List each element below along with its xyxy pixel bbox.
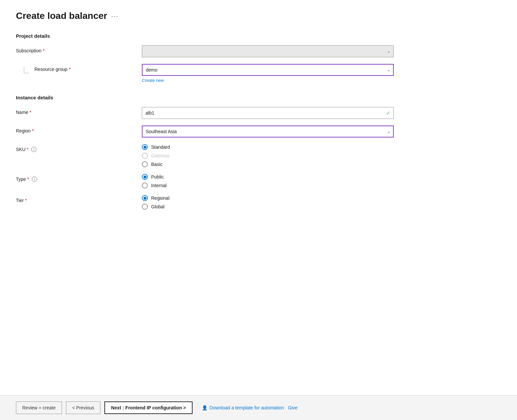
more-options-icon[interactable]: ···: [111, 12, 119, 20]
type-row: Type * i Public Internal: [16, 174, 501, 188]
type-internal-label: Internal: [151, 183, 167, 188]
resource-group-required: *: [69, 67, 71, 72]
name-control: ✓: [142, 107, 394, 119]
sku-radio-group: Standard Gateway Basic: [142, 144, 394, 167]
resource-group-label-col: Resource group *: [16, 64, 142, 73]
region-required: *: [32, 128, 33, 133]
subscription-row: Subscription * ⌄: [16, 45, 501, 57]
give-feedback-text: Give: [288, 405, 298, 410]
subscription-select[interactable]: [142, 45, 394, 57]
region-row: Region * Southeast Asia ⌄: [16, 126, 501, 137]
region-label: Region *: [16, 128, 142, 133]
tier-global-label: Global: [151, 204, 164, 209]
name-input[interactable]: [142, 107, 394, 119]
next-button[interactable]: Next : Frontend IP configuration >: [104, 401, 193, 414]
type-info-icon[interactable]: i: [32, 177, 37, 182]
resource-group-select-wrapper: demo ⌄: [142, 64, 394, 76]
sku-basic-label: Basic: [151, 162, 162, 167]
region-select-wrapper: Southeast Asia ⌄: [142, 126, 394, 137]
sku-gateway-label: Gateway: [151, 153, 169, 158]
sku-basic-option[interactable]: Basic: [142, 161, 394, 167]
type-public-label: Public: [151, 174, 164, 180]
create-new-link[interactable]: Create new: [142, 78, 164, 83]
tier-global-option[interactable]: Global: [142, 204, 394, 210]
sku-control: Standard Gateway Basic: [142, 144, 394, 167]
resource-group-row: Resource group * demo ⌄ Create new: [16, 64, 501, 83]
sku-standard-option[interactable]: Standard: [142, 144, 394, 150]
subscription-control: ⌄: [142, 45, 394, 57]
person-icon: 👤: [202, 405, 207, 410]
page-title: Create load balancer: [16, 11, 107, 21]
footer: Review + create < Previous Next : Fronte…: [0, 395, 517, 420]
review-create-button[interactable]: Review + create: [16, 401, 62, 414]
sku-label: SKU * i: [16, 147, 142, 152]
type-public-radio[interactable]: [142, 174, 148, 180]
type-public-option[interactable]: Public: [142, 174, 394, 180]
tier-regional-label: Regional: [151, 195, 169, 201]
sku-standard-radio[interactable]: [142, 144, 148, 150]
subscription-label: Subscription *: [16, 48, 142, 53]
resource-group-select[interactable]: demo: [142, 64, 394, 76]
tier-radio-group: Regional Global: [142, 195, 394, 210]
project-details-section: Project details Subscription * ⌄: [16, 33, 501, 83]
sku-gateway-radio: [142, 153, 148, 159]
tier-control: Regional Global: [142, 195, 394, 210]
type-control: Public Internal: [142, 174, 394, 188]
tier-regional-option[interactable]: Regional: [142, 195, 394, 201]
name-valid-icon: ✓: [386, 110, 390, 116]
type-label: Type * i: [16, 177, 142, 182]
name-required: *: [29, 110, 31, 115]
sku-info-icon[interactable]: i: [31, 147, 36, 152]
project-details-title: Project details: [16, 33, 501, 39]
type-required: *: [27, 177, 29, 182]
type-internal-radio[interactable]: [142, 183, 148, 188]
previous-button[interactable]: < Previous: [66, 401, 101, 414]
sku-standard-label: Standard: [151, 144, 170, 150]
tier-global-radio[interactable]: [142, 204, 148, 210]
instance-details-title: Instance details: [16, 95, 501, 100]
region-select[interactable]: Southeast Asia: [142, 126, 394, 137]
download-template-link[interactable]: 👤 Download a template for automation: [202, 405, 284, 410]
tier-label: Tier *: [16, 198, 142, 203]
sku-row: SKU * i Standard Gateway: [16, 144, 501, 167]
type-radio-group: Public Internal: [142, 174, 394, 188]
resource-group-control: demo ⌄ Create new: [142, 64, 394, 83]
name-input-wrapper: ✓: [142, 107, 394, 119]
sku-gateway-option: Gateway: [142, 153, 394, 159]
name-label: Name *: [16, 110, 142, 115]
name-row: Name * ✓: [16, 107, 501, 119]
tier-required: *: [25, 198, 27, 203]
tier-regional-radio[interactable]: [142, 195, 148, 201]
subscription-required: *: [43, 48, 44, 53]
type-internal-option[interactable]: Internal: [142, 183, 394, 188]
subscription-select-wrapper: ⌄: [142, 45, 394, 57]
instance-details-section: Instance details Name * ✓ Region: [16, 95, 501, 210]
sku-basic-radio[interactable]: [142, 161, 148, 167]
resource-group-label: Resource group *: [34, 67, 71, 72]
sku-required: *: [27, 147, 29, 152]
region-control: Southeast Asia ⌄: [142, 126, 394, 137]
tier-row: Tier * Regional Global: [16, 195, 501, 210]
